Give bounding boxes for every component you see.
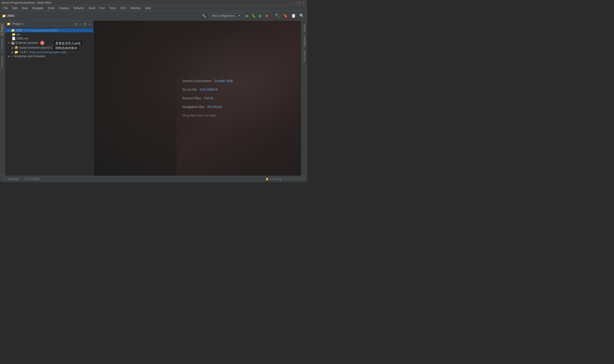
panel-collapse-all-icon[interactable]: ⊕ — [74, 22, 77, 26]
panel-scroll-icon[interactable]: — — [79, 22, 82, 26]
terminal-icon: ⬛ — [3, 177, 7, 181]
panel-settings-icon[interactable]: ⚙ — [84, 22, 87, 26]
jdk-label: < 1.8 > — [19, 51, 28, 54]
src-label: src — [16, 33, 20, 36]
bottom-bar: ⬛ Terminal ☑ 6: TODO 🔔 Event Log CSDN@莫得… — [0, 176, 307, 182]
left-tab-project[interactable]: 1: Project — [0, 23, 5, 36]
menu-bar: File Edit View Navigate Code Analyze Ref… — [0, 5, 307, 11]
jdk-folder-icon: 📁 — [14, 50, 18, 54]
menu-run[interactable]: Run — [98, 6, 107, 10]
minimize-btn[interactable]: ─ — [295, 1, 297, 5]
menu-help[interactable]: Help — [143, 6, 153, 10]
title-bar: test [D:\Programs\Java\test] - IntelliJ … — [0, 0, 307, 5]
todo-icon: ☑ — [25, 177, 27, 181]
shortcut-recent-label: Recent Files — [182, 96, 201, 100]
menu-refactor[interactable]: Refactor — [72, 6, 86, 10]
tree-item-src[interactable]: 📁 src — [5, 32, 93, 36]
panel-minimize-icon[interactable]: — — [88, 22, 91, 26]
scratches-label: Scratches and Consoles — [14, 55, 45, 58]
left-tab-favorites[interactable]: 2: Favorites — [0, 37, 5, 53]
scratches-expand-icon: ▶ — [8, 55, 10, 57]
ext-libs-label: External Libraries — [15, 41, 38, 45]
window-controls[interactable]: ─ □ ✕ — [295, 1, 305, 5]
shortcut-search-everywhere: Search Everywhere Double Shift — [182, 79, 233, 83]
tree-item-jdk18[interactable]: ▶ 📁 < 1.8 > D:\Environments\java\jdk1.8\… — [5, 50, 93, 54]
jdbc-expand-icon: ▼ — [8, 29, 10, 32]
project-tree: ▼ 📁 JDBC D:\Programs\Java\test\JDBC 📁 sr… — [5, 27, 93, 176]
panel-header-icons: ⊕ — ⚙ — — [74, 22, 91, 26]
menu-window[interactable]: Window — [128, 6, 142, 10]
run-coverage-button[interactable]: ▶ — [258, 13, 263, 18]
shortcut-search-key: Double Shift — [214, 79, 233, 83]
toolbar-bookmark-icon[interactable]: 🔖 — [282, 13, 289, 18]
menu-view[interactable]: View — [20, 6, 30, 10]
shortcut-nav-label: Navigation Bar — [182, 105, 204, 109]
annotation-tooltip-2: 刚刚选择的驱动 — [53, 45, 80, 52]
jdbc-label: JDBC — [7, 14, 15, 17]
toolbar-build-icon[interactable]: 🔨 — [274, 13, 281, 18]
add-configuration-button[interactable]: Add Configuration... ▼ — [209, 13, 243, 19]
title-text: test [D:\Programs\Java\test] - IntelliJ … — [2, 1, 51, 4]
jdbc-project-label: 📁 JDBC — [2, 14, 15, 18]
maximize-btn[interactable]: □ — [299, 1, 301, 5]
annotation-badge-1: 1 — [40, 41, 44, 45]
shortcut-drop-label: Drop files here to open — [182, 114, 216, 117]
toolbar: 📁 JDBC 🔧 Add Configuration... ▼ ▶ 🐛 ▶ ■ … — [0, 11, 307, 21]
todo-tab[interactable]: ☑ 6: TODO — [23, 177, 41, 181]
shortcut-goto-key: Ctrl+Shift+N — [200, 88, 218, 91]
project-panel-title: Project ▼ — [13, 22, 25, 26]
left-tabs: 1: Project 2: Favorites 7: Structure — [0, 21, 5, 176]
menu-navigate[interactable]: Navigate — [30, 6, 45, 10]
mysql-jar-icon: 📦 — [14, 46, 18, 50]
right-tab-database[interactable]: Database — [302, 34, 307, 48]
tree-item-jdbc-root[interactable]: ▼ 📁 JDBC D:\Programs\Java\test\JDBC — [5, 28, 93, 32]
run-button[interactable]: ▶ — [245, 13, 250, 18]
right-tab-maven[interactable]: Maven — [302, 23, 307, 33]
shortcut-go-to-file: Go to File Ctrl+Shift+N — [182, 88, 233, 91]
project-panel-header: 📁 Project ▼ ⊕ — ⚙ — — [5, 21, 93, 27]
shortcut-recent-key: Ctrl+E — [204, 96, 213, 100]
iml-file-icon: 📄 — [12, 37, 15, 40]
toolbar-separator-1 — [17, 13, 17, 18]
menu-code[interactable]: Code — [46, 6, 56, 10]
run-config-icon[interactable]: 🔧 — [201, 13, 207, 18]
search-everywhere-btn[interactable]: 🔍 — [298, 13, 305, 18]
project-folder-icon: 📁 — [7, 22, 11, 26]
menu-file[interactable]: File — [1, 6, 10, 10]
shortcut-goto-label: Go to File — [182, 88, 197, 91]
menu-edit[interactable]: Edit — [10, 6, 19, 10]
shortcut-nav-key: Alt+Home — [207, 105, 222, 109]
ext-libs-icon: 📚 — [11, 41, 15, 45]
terminal-label: Terminal — [8, 177, 19, 181]
scratches-icon: ✏ — [11, 54, 13, 58]
close-btn[interactable]: ✕ — [302, 1, 305, 5]
right-strip: Maven Database Ant Build — [301, 21, 307, 176]
shortcut-recent-files: Recent Files Ctrl+E — [182, 96, 233, 100]
jdk-expand-icon: ▶ — [12, 51, 14, 53]
menu-analyze[interactable]: Analyze — [57, 6, 71, 10]
menu-vcs[interactable]: VCS — [118, 6, 128, 10]
ext-libs-expand-icon: ▼ — [8, 42, 10, 44]
stop-button[interactable]: ■ — [265, 13, 269, 18]
project-dropdown-icon[interactable]: ▼ — [22, 23, 25, 25]
terminal-tab[interactable]: ⬛ Terminal — [2, 177, 20, 181]
main-layout: 1: Project 2: Favorites 7: Structure 📁 P… — [0, 21, 307, 176]
tree-item-scratches[interactable]: ▶ ✏ Scratches and Consoles — [5, 54, 93, 58]
left-tab-structure[interactable]: 7: Structure — [0, 54, 5, 71]
shortcut-nav-bar: Navigation Bar Alt+Home — [182, 105, 233, 109]
toolbar-terminal-icon[interactable]: 📋 — [290, 13, 297, 18]
menu-build[interactable]: Build — [87, 6, 97, 10]
tree-item-external-libs[interactable]: ▼ 📚 External Libraries 1 查看是否导入jar包 — [5, 40, 93, 45]
jdbc-folder-icon: 📁 — [11, 28, 15, 32]
event-log[interactable]: 🔔 Event Log — [265, 177, 281, 181]
event-log-icon: 🔔 — [265, 177, 269, 180]
toolbar-separator-2 — [271, 13, 271, 18]
todo-label: 6: TODO — [28, 177, 40, 181]
src-folder-icon: 📁 — [12, 33, 15, 36]
right-tab-ant-build[interactable]: Ant Build — [302, 49, 307, 63]
shortcut-search-label: Search Everywhere — [182, 79, 211, 83]
menu-tools[interactable]: Tools — [107, 6, 118, 10]
watermark: CSDN@莫得脑子 — [284, 177, 305, 181]
debug-button[interactable]: 🐛 — [251, 13, 257, 18]
shortcut-drop-files: Drop files here to open — [182, 114, 233, 117]
